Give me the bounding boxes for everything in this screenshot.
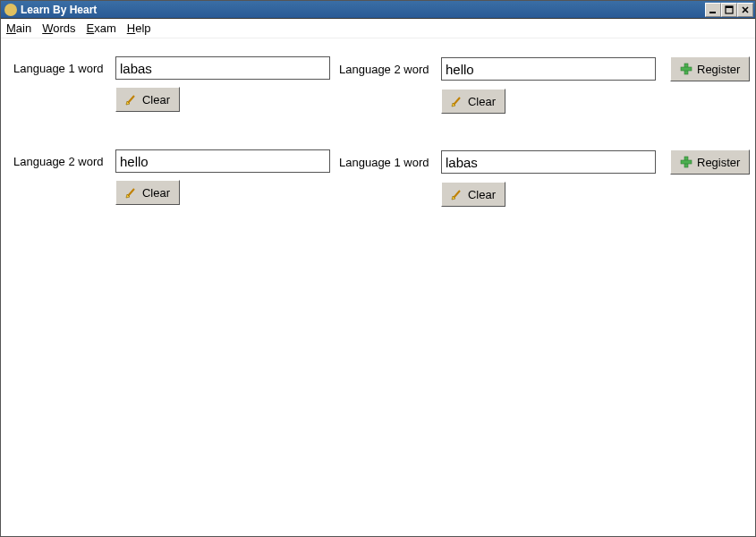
titlebar-left: Learn By Heart	[4, 4, 97, 16]
clear-label: Clear	[468, 188, 496, 201]
menu-main[interactable]: Main	[6, 21, 31, 35]
label-lang1: Language 1 word	[10, 62, 108, 75]
input-lang2[interactable]	[441, 57, 656, 81]
maximize-icon	[725, 5, 734, 14]
broom-icon	[451, 188, 463, 200]
svg-line-5	[128, 96, 134, 103]
app-window: Learn By Heart Main Words Exam Help Lang…	[0, 0, 756, 537]
menu-exam[interactable]: Exam	[87, 21, 116, 35]
app-icon	[4, 4, 17, 16]
menu-exam-tail: xam	[94, 21, 116, 35]
close-button[interactable]	[737, 3, 753, 17]
label-lang2: Language 2 word	[336, 63, 434, 76]
clear-label: Clear	[142, 186, 170, 200]
window-controls	[705, 3, 753, 17]
svg-rect-0	[709, 12, 716, 13]
plus-icon	[680, 63, 692, 75]
clear-button[interactable]: Clear	[115, 87, 180, 112]
window-title: Learn By Heart	[21, 4, 97, 16]
register-label: Register	[697, 156, 740, 169]
word-row: Language 1 word Clear Language 2 word	[10, 56, 746, 114]
menu-help[interactable]: Help	[127, 21, 151, 35]
field-group-left: Language 1 word Clear	[10, 56, 330, 112]
input-lang2[interactable]	[115, 149, 330, 173]
close-icon	[741, 5, 750, 14]
label-lang2: Language 2 word	[10, 155, 108, 168]
svg-line-8	[454, 98, 460, 105]
plus-icon	[680, 156, 692, 168]
svg-line-9	[128, 189, 134, 196]
clear-label: Clear	[468, 95, 496, 108]
menubar: Main Words Exam Help	[1, 19, 755, 38]
broom-icon	[125, 93, 138, 106]
clear-button[interactable]: Clear	[115, 180, 180, 205]
menu-words-tail: ords	[53, 21, 75, 35]
label-lang1: Language 1 word	[336, 156, 434, 169]
clear-button[interactable]: Clear	[441, 182, 505, 207]
register-label: Register	[697, 63, 740, 76]
minimize-icon	[709, 5, 718, 14]
svg-line-12	[454, 191, 460, 198]
register-button[interactable]: Register	[670, 149, 750, 175]
clear-label: Clear	[142, 93, 170, 107]
field-group-right: Language 1 word Register Clear	[336, 149, 750, 207]
broom-icon	[125, 186, 138, 199]
content-area: Language 1 word Clear Language 2 word	[1, 38, 755, 536]
minimize-button[interactable]	[705, 3, 721, 17]
register-button[interactable]: Register	[670, 56, 750, 81]
field-group-right: Language 2 word Register Clear	[336, 56, 750, 114]
menu-main-tail: ain	[16, 21, 31, 35]
maximize-button[interactable]	[721, 3, 737, 17]
broom-icon	[451, 95, 463, 107]
titlebar[interactable]: Learn By Heart	[1, 1, 755, 19]
field-group-left: Language 2 word Clear	[10, 149, 330, 205]
svg-rect-2	[726, 6, 733, 8]
menu-words[interactable]: Words	[42, 21, 75, 35]
svg-rect-7	[681, 67, 692, 71]
word-row: Language 2 word Clear Language 1 word	[10, 149, 746, 207]
clear-button[interactable]: Clear	[441, 89, 505, 114]
svg-rect-11	[681, 160, 692, 164]
input-lang1[interactable]	[441, 150, 656, 174]
input-lang1[interactable]	[115, 56, 330, 80]
menu-help-tail: elp	[135, 21, 150, 35]
